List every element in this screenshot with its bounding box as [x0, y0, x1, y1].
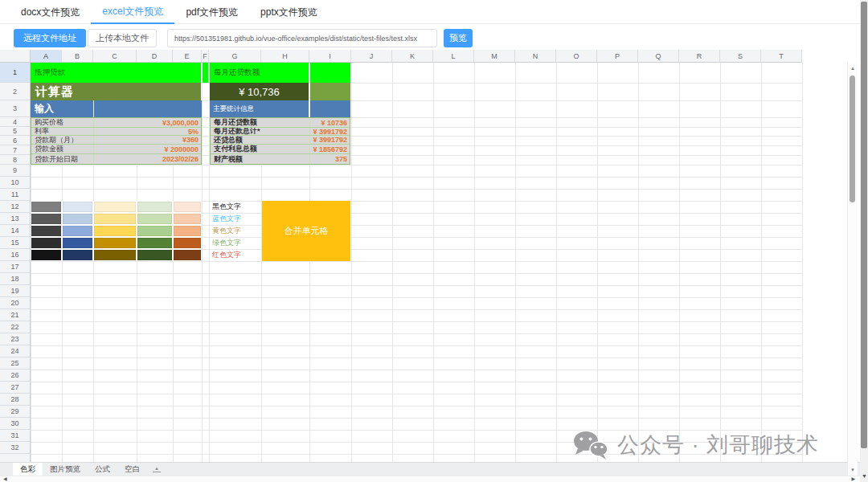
row-header[interactable]: 32: [0, 442, 30, 454]
palette-cell[interactable]: [137, 201, 173, 213]
color-text-cell[interactable]: 黄色文字: [210, 225, 261, 237]
color-text-cell[interactable]: 绿色文字: [210, 237, 261, 249]
tab-excel-preview[interactable]: excel文件预览: [91, 0, 174, 24]
row-header[interactable]: 14: [0, 225, 30, 237]
select-all-corner[interactable]: [0, 50, 31, 63]
row-header[interactable]: 29: [0, 406, 30, 418]
row-header[interactable]: 30: [0, 418, 30, 430]
tab-pdf-preview[interactable]: pdf文件预览: [174, 0, 249, 24]
column-header[interactable]: L: [433, 50, 474, 62]
row-header[interactable]: 15: [0, 237, 30, 249]
cell-blue-c3[interactable]: [94, 100, 202, 117]
sheet-tabs-scroll-up-icon[interactable]: ▲: [153, 466, 161, 472]
column-header[interactable]: S: [720, 50, 761, 62]
row-header[interactable]: 1: [0, 63, 30, 83]
row-header[interactable]: 24: [0, 345, 30, 357]
row-header[interactable]: 2: [0, 83, 30, 100]
cell-calculator-title[interactable]: 计算器: [31, 83, 201, 100]
loan-input-row[interactable]: 贷款金额 ¥ 2000000: [31, 145, 201, 154]
row-header[interactable]: 7: [0, 145, 30, 155]
cell-input-header[interactable]: 输入: [31, 100, 93, 117]
row-header[interactable]: 10: [0, 177, 30, 189]
cell-monthly-title[interactable]: 每月还贷数额: [210, 63, 309, 83]
scroll-left-icon[interactable]: ◀: [3, 476, 7, 482]
row-header[interactable]: 17: [0, 261, 30, 273]
horizontal-scrollbar[interactable]: ◀ ▶: [0, 476, 860, 482]
row-header[interactable]: 22: [0, 321, 30, 333]
row-header[interactable]: 6: [0, 136, 30, 145]
palette-cell[interactable]: [93, 213, 137, 225]
sheet-tab-colors[interactable]: 色彩: [13, 463, 43, 476]
row-header[interactable]: 3: [0, 100, 30, 117]
column-header[interactable]: B: [62, 50, 93, 62]
palette-cell[interactable]: [93, 249, 137, 261]
row-header[interactable]: 26: [0, 370, 30, 382]
color-text-cell[interactable]: 蓝色文字: [210, 213, 261, 225]
column-header[interactable]: P: [597, 50, 638, 62]
browser-scrollbar-thumb[interactable]: [861, 2, 867, 448]
loan-input-row[interactable]: 贷款期（月） ¥360: [31, 136, 201, 145]
palette-cell[interactable]: [62, 249, 93, 261]
column-header[interactable]: C: [93, 50, 137, 62]
palette-cell[interactable]: [62, 201, 93, 213]
palette-cell[interactable]: [173, 249, 202, 261]
palette-cell[interactable]: [31, 213, 62, 225]
cell-blue-i3[interactable]: [310, 100, 350, 117]
sheet-tab-picture-preview[interactable]: 图片预览: [43, 463, 88, 476]
palette-cell[interactable]: [31, 249, 62, 261]
loan-input-row[interactable]: 贷款开始日期 2023/02/26: [31, 154, 201, 164]
color-text-cell[interactable]: 红色文字: [210, 249, 261, 261]
color-text-cell[interactable]: 黑色文字: [210, 201, 261, 213]
cell-stats-header[interactable]: 主要统计信息: [210, 100, 309, 117]
row-header[interactable]: 28: [0, 394, 30, 406]
palette-cell[interactable]: [62, 213, 93, 225]
column-header[interactable]: E: [173, 50, 202, 62]
palette-cell[interactable]: [31, 237, 62, 249]
column-header[interactable]: D: [137, 50, 173, 62]
column-header[interactable]: Q: [638, 50, 679, 62]
row-header[interactable]: 23: [0, 333, 30, 345]
palette-cell[interactable]: [93, 225, 137, 237]
palette-cell[interactable]: [31, 225, 62, 237]
column-header[interactable]: K: [392, 50, 433, 62]
remote-url-button[interactable]: 远程文件地址: [14, 29, 86, 47]
palette-cell[interactable]: [137, 249, 173, 261]
loan-stats-row[interactable]: 还贷总额 ¥ 3991792: [211, 136, 350, 145]
url-input[interactable]: [167, 29, 437, 47]
loan-input-row[interactable]: 购买价格 ¥3,000,000: [31, 118, 201, 128]
scroll-right-icon[interactable]: ▶: [851, 476, 855, 482]
upload-local-button[interactable]: 上传本地文件: [88, 29, 157, 47]
column-header[interactable]: I: [309, 50, 351, 62]
row-header[interactable]: 9: [0, 165, 30, 177]
cell-lime-i1[interactable]: [310, 63, 350, 83]
palette-cell[interactable]: [31, 201, 62, 213]
row-header[interactable]: 16: [0, 249, 30, 261]
palette-cell[interactable]: [93, 237, 137, 249]
row-header[interactable]: 18: [0, 273, 30, 285]
palette-cell[interactable]: [173, 225, 202, 237]
column-header[interactable]: J: [351, 50, 392, 62]
row-header[interactable]: 13: [0, 213, 30, 225]
palette-cell[interactable]: [137, 237, 173, 249]
loan-stats-row[interactable]: 支付利息总额 ¥ 1856792: [211, 145, 350, 154]
column-header[interactable]: O: [556, 50, 597, 62]
tab-docx-preview[interactable]: docx文件预览: [10, 0, 91, 24]
palette-cell[interactable]: [173, 201, 202, 213]
sheet-tab-blank[interactable]: 空白: [117, 463, 147, 476]
sheet-tab-formula[interactable]: 公式: [88, 463, 117, 476]
row-header[interactable]: 25: [0, 357, 30, 370]
scroll-down-icon[interactable]: ▼: [850, 468, 855, 472]
row-header[interactable]: 31: [0, 430, 30, 442]
palette-cell[interactable]: [62, 237, 93, 249]
cell-monthly-value[interactable]: ¥ 10,736: [210, 83, 309, 100]
palette-cell[interactable]: [93, 201, 137, 213]
column-header[interactable]: M: [474, 50, 515, 62]
browser-scroll-down-icon[interactable]: ▼: [862, 473, 867, 479]
column-header[interactable]: A: [31, 50, 62, 62]
row-header[interactable]: 21: [0, 309, 30, 321]
loan-stats-row[interactable]: 每月还贷数额 ¥ 10736: [211, 118, 350, 128]
row-header[interactable]: 8: [0, 155, 30, 165]
loan-stats-row[interactable]: 每月还款总计* ¥ 3991792: [211, 128, 350, 136]
column-header[interactable]: G: [209, 50, 261, 62]
column-header[interactable]: T: [761, 50, 802, 62]
